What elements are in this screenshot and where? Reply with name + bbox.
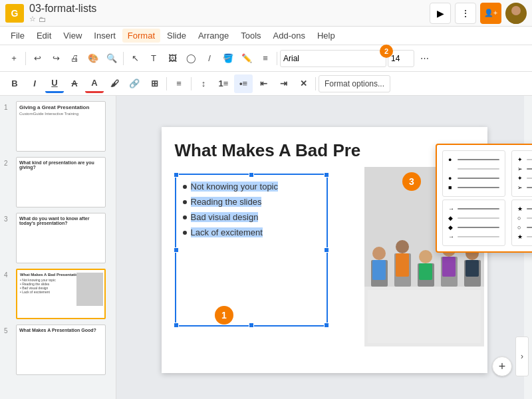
more-options-button[interactable]: ⋯ <box>416 50 433 67</box>
menu-help[interactable]: Help <box>312 29 340 43</box>
print-button[interactable]: 🖨 <box>66 50 83 67</box>
bullet-option-arrow[interactable]: ✦ ➢ ✦ ➢ <box>511 150 532 197</box>
format-options-button[interactable]: Format options... <box>319 75 390 92</box>
document-title[interactable]: 03-format-lists <box>29 3 96 15</box>
pen-button[interactable]: ✏️ <box>238 50 255 67</box>
italic-button[interactable]: I <box>25 74 44 93</box>
bullet-item-4: Lack of excitement <box>183 227 320 237</box>
slide-thumb-1[interactable]: 1 Giving a Great Presentation CustomGuid… <box>4 101 112 152</box>
menu-tools[interactable]: Tools <box>235 29 266 43</box>
bullet-text-2[interactable]: Reading the slides <box>191 197 262 207</box>
add-slide-button[interactable]: + <box>492 356 512 376</box>
add-button[interactable]: + <box>5 50 23 67</box>
svg-point-11 <box>419 250 432 263</box>
document-subtitle: ☆ 🗀 <box>29 15 96 23</box>
star-icon[interactable]: ☆ <box>29 15 36 23</box>
svg-rect-18 <box>466 260 479 277</box>
bullet-text-4[interactable]: Lack of excitement <box>191 227 263 237</box>
add-image-button[interactable]: ⊞ <box>145 74 164 93</box>
toolbar2: B I U A A 🖌 🔗 ⊞ ≡ ↕ 1≡ •≡ ⇤ ⇥ ✕ Format o… <box>0 72 532 96</box>
svg-point-10 <box>396 240 409 253</box>
indent-less-button[interactable]: ⇤ <box>254 74 273 93</box>
highlight-button[interactable]: 🖌 <box>105 74 124 93</box>
menu-insert[interactable]: Insert <box>88 29 121 43</box>
lines-button[interactable]: ≡ <box>257 50 274 67</box>
unordered-list-button[interactable]: •≡ <box>234 74 253 93</box>
slide-img-2[interactable]: What kind of presentation are you giving… <box>16 157 106 207</box>
handle-tl[interactable] <box>174 172 179 178</box>
handle-tr[interactable] <box>324 172 329 178</box>
image-button[interactable]: 🖼 <box>164 50 181 67</box>
expand-panel-button[interactable]: › <box>515 336 529 376</box>
menu-bar: File Edit View Insert Format Slide Arran… <box>0 27 532 45</box>
slide-img-5[interactable]: What Makes A Presentation Good? <box>16 325 106 375</box>
handle-mr[interactable] <box>324 247 329 253</box>
slide-img-3[interactable]: What do you want to know after today's p… <box>16 213 106 263</box>
fill-button[interactable]: 🪣 <box>219 50 237 67</box>
svg-point-1 <box>509 17 523 24</box>
menu-edit[interactable]: Edit <box>31 29 57 43</box>
ordered-list-button[interactable]: 1≡ <box>214 74 233 93</box>
share-button[interactable]: 👤+ <box>480 3 501 24</box>
shapes-button[interactable]: ◯ <box>182 50 200 67</box>
slide-thumb-5[interactable]: 5 What Makes A Presentation Good? <box>4 325 112 375</box>
bullet-option-filled-circle[interactable]: ● ● ● ■ <box>442 150 505 197</box>
handle-ml[interactable] <box>174 247 179 253</box>
separator5 <box>191 77 192 90</box>
avatar[interactable] <box>505 3 527 24</box>
font-selector[interactable] <box>280 50 386 67</box>
menu-file[interactable]: File <box>5 29 30 43</box>
bullet-text-1[interactable]: Not knowing your topic <box>191 182 279 192</box>
menu-format[interactable]: Format <box>122 29 160 43</box>
redo-button[interactable]: ↪ <box>47 50 65 67</box>
bullet-text-3[interactable]: Bad visual design <box>191 212 259 222</box>
handle-tm[interactable] <box>249 172 254 178</box>
bullet-dot-1 <box>183 185 187 189</box>
align-button[interactable]: ≡ <box>170 74 188 93</box>
menu-button[interactable]: ⋮ <box>455 3 476 24</box>
slide-img-1[interactable]: Giving a Great Presentation CustomGuide … <box>16 101 106 152</box>
menu-arrange[interactable]: Arrange <box>193 29 234 43</box>
slide-thumb-3[interactable]: 3 What do you want to know after today's… <box>4 213 112 263</box>
menu-slide[interactable]: Slide <box>162 29 192 43</box>
slide-img-4[interactable]: What Makes A Bad Presentation? • Not kno… <box>16 269 106 319</box>
menu-view[interactable]: View <box>58 29 87 43</box>
slide-num-3: 3 <box>4 213 13 223</box>
line-spacing-button[interactable]: ↕ <box>194 74 213 93</box>
text-color-button[interactable]: A <box>85 74 104 93</box>
bold-button[interactable]: B <box>5 74 24 93</box>
indent-more-button[interactable]: ⇥ <box>274 74 293 93</box>
svg-rect-14 <box>372 260 386 280</box>
bullet-option-arrow-right[interactable]: → ◆ ◆ → <box>442 200 505 246</box>
clear-format-button[interactable]: ✕ <box>294 74 313 93</box>
bullet-option-star[interactable]: ★ ○ ○ ★ <box>511 200 532 246</box>
text-box[interactable]: Not knowing your topic Reading the slide… <box>175 174 328 327</box>
top-right-area: ▶ ⋮ 👤+ <box>430 3 527 24</box>
slide-thumb-2[interactable]: 2 What kind of presentation are you givi… <box>4 157 112 207</box>
slide-thumb-4[interactable]: 4 What Makes A Bad Presentation? • Not k… <box>4 269 112 319</box>
line-button[interactable]: / <box>201 50 218 67</box>
textbox-button[interactable]: T <box>145 50 162 67</box>
zoom-button[interactable]: 🔍 <box>103 50 120 67</box>
bullet-dot-2 <box>183 200 187 204</box>
handle-bl[interactable] <box>174 323 179 328</box>
handle-bm[interactable] <box>249 323 254 328</box>
slide-num-5: 5 <box>4 325 13 334</box>
undo-button[interactable]: ↩ <box>29 50 46 67</box>
slide-num-2: 2 <box>4 157 13 167</box>
handle-br[interactable] <box>324 323 329 328</box>
slide-num-4: 4 <box>4 269 13 279</box>
slideshow-button[interactable]: ▶ <box>430 3 451 24</box>
slide-panel: 1 Giving a Great Presentation CustomGuid… <box>0 96 116 399</box>
underline-button[interactable]: U <box>45 74 64 93</box>
separator2 <box>123 52 124 65</box>
folder-icon[interactable]: 🗀 <box>39 15 46 23</box>
menu-addons[interactable]: Add-ons <box>268 29 311 43</box>
separator3 <box>277 52 277 65</box>
link-button[interactable]: 🔗 <box>125 74 144 93</box>
svg-point-0 <box>511 6 521 15</box>
bullet-item-1: Not knowing your topic <box>183 182 320 192</box>
paint-format-button[interactable]: 🎨 <box>84 50 102 67</box>
strikethrough-button[interactable]: A <box>65 74 84 93</box>
cursor-button[interactable]: ↖ <box>126 50 144 67</box>
